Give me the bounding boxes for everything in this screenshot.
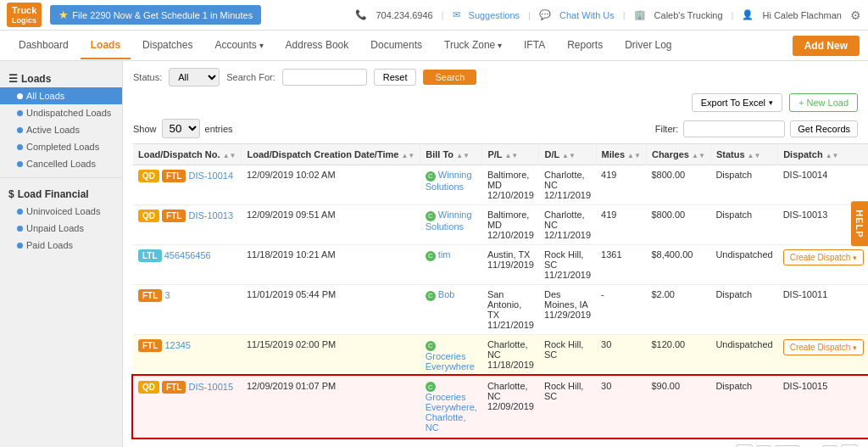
col-dl[interactable]: D/L ▲▼	[539, 144, 596, 165]
pl-cell: Baltimore, MD 12/10/2019	[482, 165, 539, 205]
add-new-button[interactable]: Add New	[793, 36, 860, 56]
load-no-cell: LTL 456456456	[133, 245, 242, 285]
bill-to-cell: C Winning Solutions	[420, 165, 482, 205]
load-no-link[interactable]: 12345	[164, 340, 191, 350]
nav-dispatches[interactable]: Dispatches	[132, 32, 203, 59]
sort-icon: ▲▼	[748, 152, 761, 159]
col-load-no[interactable]: Load/Dispatch No. ▲▼	[133, 144, 242, 165]
sidebar-item-unpaid-loads[interactable]: Unpaid Loads	[0, 220, 122, 237]
phone-icon: 📞	[355, 9, 367, 20]
chevron-down-icon: ▾	[853, 344, 857, 352]
nav-reports[interactable]: Reports	[557, 32, 613, 59]
bill-to-link[interactable]: Groceries Everywhere	[426, 351, 475, 372]
sidebar-item-completed-loads[interactable]: Completed Loads	[0, 138, 122, 155]
status-value: Dispatch	[715, 381, 752, 391]
reset-button[interactable]: Reset	[374, 69, 417, 86]
date-cell: 11/18/2019 10:21 AM	[242, 245, 420, 285]
pl-cell: San Antonio, TX 11/21/2019	[482, 285, 539, 335]
col-status[interactable]: Status ▲▼	[710, 144, 777, 165]
settings-button[interactable]: ⚙	[850, 8, 861, 22]
type-badge: FTL	[162, 170, 186, 182]
col-miles[interactable]: Miles ▲▼	[596, 144, 646, 165]
status-cell: Dispatch	[710, 376, 777, 438]
loads-table: Load/Dispatch No. ▲▼ Load/Dispatch Creat…	[133, 143, 868, 438]
sort-icon: ▲▼	[627, 152, 641, 159]
nav-ifta[interactable]: IFTA	[514, 32, 555, 59]
logo: Truck Logics	[7, 3, 42, 28]
sidebar-item-active-loads[interactable]: Active Loads	[0, 121, 122, 138]
entries-select[interactable]: 50	[162, 119, 200, 138]
chat-icon: 💬	[539, 9, 551, 20]
bill-to-cell: C tim	[420, 245, 482, 285]
col-pl[interactable]: P/L ▲▼	[482, 144, 539, 165]
sidebar-divider	[0, 177, 122, 178]
nav-bar: Dashboard Loads Dispatches Accounts Addr…	[0, 31, 868, 61]
table-body: QD FTL DIS-10014 12/09/2019 10:02 AM C W…	[133, 165, 868, 438]
search-input[interactable]	[282, 69, 367, 86]
search-button[interactable]: Search	[423, 70, 476, 85]
nav-accounts[interactable]: Accounts	[204, 32, 273, 59]
date-cell: 11/01/2019 05:44 PM	[242, 285, 420, 335]
sort-icon: ▲▼	[562, 152, 576, 159]
dot-icon	[17, 209, 23, 215]
col-charges[interactable]: Charges ▲▼	[646, 144, 710, 165]
nav-documents[interactable]: Documents	[360, 32, 432, 59]
bill-to-link[interactable]: Bob	[438, 289, 455, 299]
sidebar: ☰ Loads All Loads Undispatched Loads Act…	[0, 61, 123, 447]
green-dot-icon: C	[426, 211, 436, 221]
status-value: Dispatch	[715, 170, 752, 180]
sidebar-item-paid-loads[interactable]: Paid Loads	[0, 237, 122, 254]
miles-cell: 419	[596, 205, 646, 245]
status-select[interactable]: All	[169, 68, 220, 87]
nav-address-book[interactable]: Address Book	[275, 32, 359, 59]
dispatch-value: DIS-10015	[783, 381, 828, 391]
create-dispatch-button[interactable]: Create Dispatch ▾	[783, 249, 864, 265]
suggestions-icon: ✉	[453, 9, 460, 20]
load-no-link[interactable]: 3	[164, 290, 170, 300]
dot-icon	[17, 127, 23, 133]
dispatch-cell: DIS-10011	[778, 285, 868, 335]
sidebar-item-uninvoiced-loads[interactable]: Uninvoiced Loads	[0, 203, 122, 220]
status-value: Dispatch	[715, 210, 752, 220]
table-header-row: Load/Dispatch No. ▲▼ Load/Dispatch Creat…	[133, 144, 868, 165]
col-bill-to[interactable]: Bill To ▲▼	[420, 144, 482, 165]
help-tab[interactable]: HELP	[851, 201, 868, 246]
filter-input[interactable]	[683, 120, 785, 137]
bill-to-link[interactable]: tim	[438, 249, 451, 260]
nav-loads[interactable]: Loads	[81, 32, 131, 59]
table-row: FTL 12345 11/15/2019 02:00 PM C Grocerie…	[133, 335, 868, 377]
load-no-link[interactable]: DIS-10013	[188, 210, 233, 221]
toolbar: Export To Excel ▾ + New Load	[133, 93, 858, 112]
load-no-link[interactable]: DIS-10014	[188, 170, 233, 181]
col-dispatch[interactable]: Dispatch ▲▼	[778, 144, 868, 165]
status-label: Status:	[133, 72, 162, 82]
nav-truck-zone[interactable]: Truck Zone	[434, 32, 512, 59]
promo-button[interactable]: ★ File 2290 Now & Get Schedule 1 in Minu…	[50, 5, 261, 25]
bill-to-link[interactable]: Groceries Everywhere, Charlotte, NC	[426, 392, 477, 433]
dispatch-cell: DIS-10015	[778, 376, 868, 438]
col-date[interactable]: Load/Dispatch Creation Date/Time ▲▼	[242, 144, 420, 165]
sidebar-item-all-loads[interactable]: All Loads	[0, 87, 122, 104]
date-cell: 12/09/2019 01:07 PM	[242, 376, 420, 438]
nav-driver-log[interactable]: Driver Log	[615, 32, 682, 59]
export-excel-button[interactable]: Export To Excel ▾	[692, 93, 782, 112]
green-dot-icon: C	[426, 171, 436, 182]
green-dot-icon: C	[426, 341, 436, 351]
dollar-icon: $	[8, 188, 14, 200]
load-no-cell: QD FTL DIS-10015	[133, 376, 242, 438]
sidebar-item-undispatched-loads[interactable]: Undispatched Loads	[0, 104, 122, 121]
new-load-button[interactable]: + New Load	[789, 93, 858, 112]
dl-cell: Rock Hill, SC 11/21/2019	[539, 245, 596, 285]
dot-icon	[17, 110, 23, 116]
sort-icon: ▲▼	[401, 152, 415, 159]
get-records-button[interactable]: Get Records	[790, 120, 858, 137]
chevron-down-icon: ▾	[769, 98, 773, 107]
load-no-link[interactable]: DIS-10015	[188, 382, 233, 392]
nav-dashboard[interactable]: Dashboard	[8, 32, 79, 59]
company-icon: 🏢	[634, 9, 646, 20]
bill-to-cell: C Groceries Everywhere	[420, 335, 482, 377]
load-no-link[interactable]: 456456456	[164, 250, 211, 260]
dispatch-cell: DIS-10014	[778, 165, 868, 205]
create-dispatch-button[interactable]: Create Dispatch ▾	[783, 339, 864, 355]
sidebar-item-cancelled-loads[interactable]: Cancelled Loads	[0, 155, 122, 172]
